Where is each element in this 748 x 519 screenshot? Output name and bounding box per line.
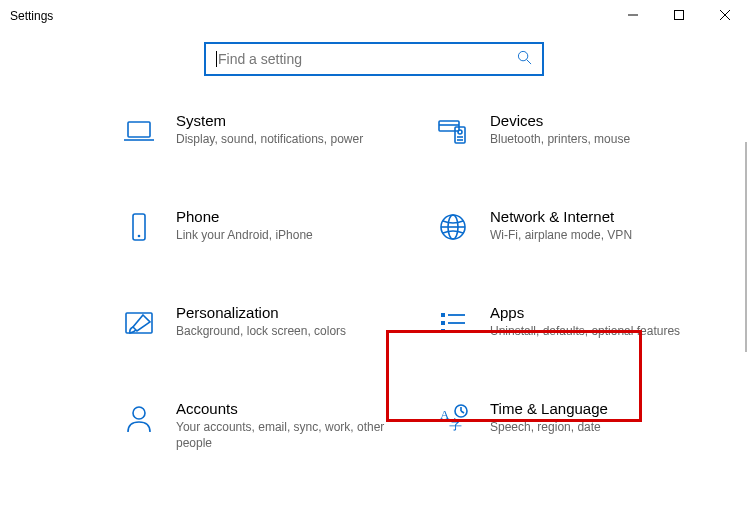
category-title: Personalization <box>176 304 346 321</box>
svg-line-31 <box>461 411 464 413</box>
categories-grid: System Display, sound, notifications, po… <box>0 110 748 451</box>
devices-icon <box>432 110 474 152</box>
svg-point-4 <box>518 51 527 60</box>
category-phone[interactable]: Phone Link your Android, iPhone <box>118 206 388 248</box>
category-desc: Link your Android, iPhone <box>176 227 313 243</box>
category-devices[interactable]: Devices Bluetooth, printers, mouse <box>432 110 702 152</box>
window-controls <box>610 0 748 30</box>
category-system[interactable]: System Display, sound, notifications, po… <box>118 110 388 152</box>
category-accounts[interactable]: Accounts Your accounts, email, sync, wor… <box>118 398 388 451</box>
svg-point-11 <box>458 130 462 134</box>
svg-point-26 <box>133 407 145 419</box>
search-wrap: Find a setting <box>0 42 748 76</box>
laptop-icon <box>118 110 160 152</box>
close-button[interactable] <box>702 0 748 30</box>
category-time-language[interactable]: A 字 Time & Language Speech, region, date <box>432 398 702 451</box>
paintbrush-icon <box>118 302 160 344</box>
category-personalization[interactable]: Personalization Background, lock screen,… <box>118 302 388 344</box>
category-title: Apps <box>490 304 680 321</box>
content-area: Find a setting System Display, sound, no… <box>0 32 748 451</box>
svg-rect-22 <box>441 321 445 325</box>
category-desc: Uninstall, defaults, optional features <box>490 323 680 339</box>
category-desc: Display, sound, notifications, power <box>176 131 363 147</box>
scrollbar[interactable] <box>739 32 747 519</box>
svg-rect-24 <box>441 329 445 333</box>
svg-rect-8 <box>439 121 459 131</box>
category-desc: Speech, region, date <box>490 419 608 435</box>
category-title: Devices <box>490 112 630 129</box>
apps-list-icon <box>432 302 474 344</box>
svg-line-5 <box>527 60 532 65</box>
svg-rect-1 <box>675 11 684 20</box>
category-apps[interactable]: Apps Uninstall, defaults, optional featu… <box>432 302 702 344</box>
svg-text:字: 字 <box>449 417 462 432</box>
svg-rect-20 <box>441 313 445 317</box>
window-title: Settings <box>10 9 53 23</box>
time-language-icon: A 字 <box>432 398 474 440</box>
svg-rect-6 <box>128 122 150 137</box>
search-placeholder: Find a setting <box>218 51 302 67</box>
scrollbar-thumb[interactable] <box>745 142 747 352</box>
svg-point-15 <box>138 235 141 238</box>
text-caret <box>216 51 217 67</box>
category-title: Accounts <box>176 400 388 417</box>
minimize-button[interactable] <box>610 0 656 30</box>
category-desc: Wi-Fi, airplane mode, VPN <box>490 227 632 243</box>
category-desc: Bluetooth, printers, mouse <box>490 131 630 147</box>
maximize-button[interactable] <box>656 0 702 30</box>
search-input[interactable]: Find a setting <box>204 42 544 76</box>
globe-icon <box>432 206 474 248</box>
category-title: Network & Internet <box>490 208 632 225</box>
category-network[interactable]: Network & Internet Wi-Fi, airplane mode,… <box>432 206 702 248</box>
category-desc: Your accounts, email, sync, work, other … <box>176 419 388 451</box>
category-title: Time & Language <box>490 400 608 417</box>
person-icon <box>118 398 160 440</box>
category-title: System <box>176 112 363 129</box>
category-desc: Background, lock screen, colors <box>176 323 346 339</box>
category-title: Phone <box>176 208 313 225</box>
search-icon <box>517 50 532 68</box>
phone-icon <box>118 206 160 248</box>
